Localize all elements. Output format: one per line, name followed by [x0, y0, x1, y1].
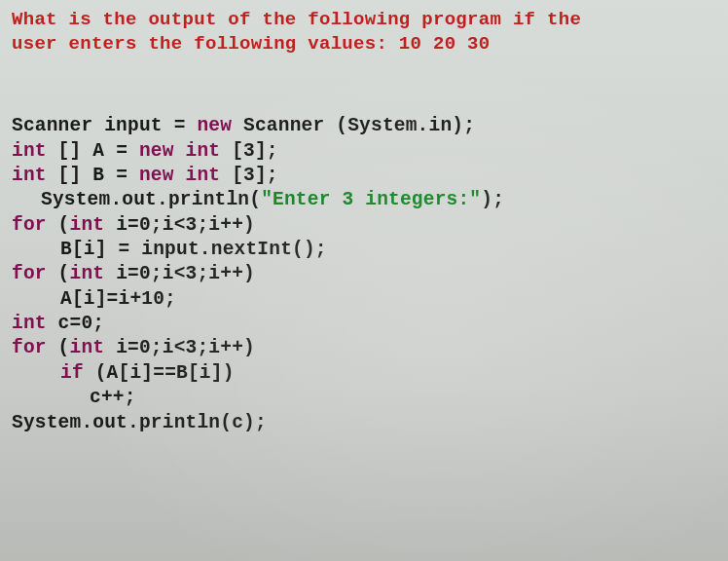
- code-line-13: System.out.println(c);: [12, 411, 716, 435]
- code-line-10: for (int i=0;i<3;i++): [12, 336, 716, 360]
- code-block: Scanner input = new Scanner (System.in);…: [12, 114, 716, 434]
- code-line-6: B[i] = input.nextInt();: [12, 238, 716, 262]
- code-line-2: int [] A = new int [3];: [12, 139, 716, 164]
- code-line-8: A[i]=i+10;: [12, 287, 716, 312]
- question-line1: What is the output of the following prog…: [12, 8, 716, 32]
- question-line2: user enters the following values: 10 20 …: [12, 32, 716, 56]
- code-line-12: c++;: [12, 386, 716, 410]
- code-line-3: int [] B = new int [3];: [12, 164, 716, 188]
- question-text: What is the output of the following prog…: [12, 8, 716, 56]
- code-line-9: int c=0;: [12, 312, 716, 336]
- code-line-5: for (int i=0;i<3;i++): [12, 213, 716, 238]
- code-line-4: System.out.println("Enter 3 integers:");: [12, 188, 716, 212]
- code-line-1: Scanner input = new Scanner (System.in);: [12, 114, 716, 138]
- code-line-7: for (int i=0;i<3;i++): [12, 262, 716, 286]
- code-line-11: if (A[i]==B[i]): [12, 361, 716, 386]
